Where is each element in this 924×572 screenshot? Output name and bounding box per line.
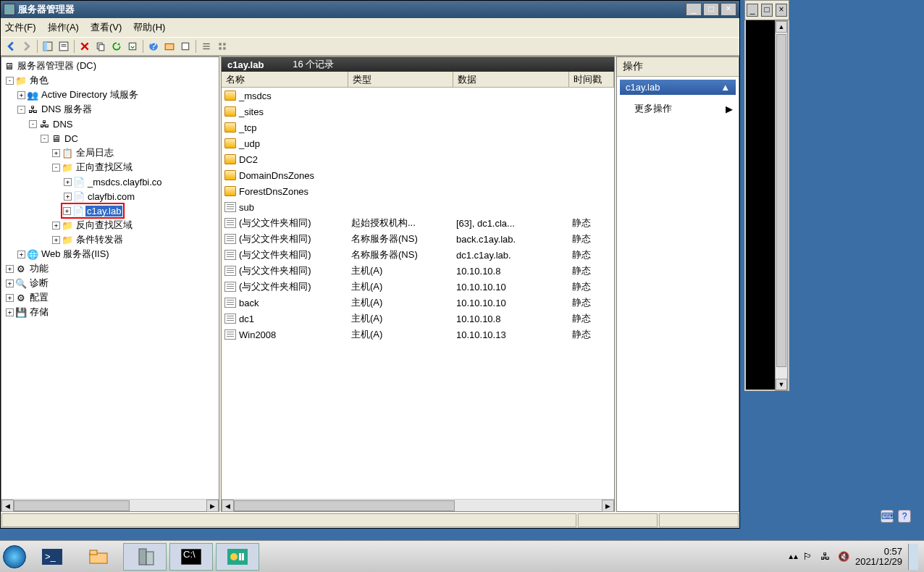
- list-item[interactable]: _tcp: [222, 119, 614, 135]
- tray-chevrons-icon[interactable]: ▲▲: [787, 552, 797, 560]
- expand-icon[interactable]: +: [52, 236, 60, 244]
- collapse-icon[interactable]: -: [52, 164, 60, 172]
- detail-view-button[interactable]: [215, 39, 230, 54]
- taskbar-item-cmd[interactable]: C:\: [169, 543, 213, 571]
- volume-icon[interactable]: 🔇: [838, 551, 849, 563]
- taskbar[interactable]: >_ C:\ ▲▲ 🏳 🖧 🔇 0:57 2021/12/29: [0, 540, 924, 572]
- tree-node-global-log[interactable]: +📋全局日志: [1, 146, 219, 160]
- clock[interactable]: 0:57 2021/12/29: [855, 547, 902, 567]
- tree-node-root[interactable]: 🖥服务器管理器 (DC): [1, 59, 219, 73]
- close-button[interactable]: ×: [721, 3, 736, 16]
- list-item[interactable]: Win2008主机(A)10.10.10.13静态: [222, 327, 614, 342]
- filter-button[interactable]: [178, 39, 193, 54]
- more-actions-item[interactable]: 更多操作 ▶: [617, 98, 739, 119]
- col-name[interactable]: 名称: [222, 72, 348, 87]
- list-item[interactable]: ForestDnsZones: [222, 183, 614, 199]
- delete-button[interactable]: [77, 39, 92, 54]
- list-item[interactable]: _sites: [222, 104, 614, 119]
- tree-node-dns-server[interactable]: -🖧DNS 服务器: [1, 102, 219, 117]
- collapse-icon[interactable]: -: [29, 120, 37, 128]
- scroll-thumb[interactable]: [776, 34, 786, 367]
- tree-scrollbar[interactable]: ◀ ▶: [1, 499, 219, 511]
- expand-icon[interactable]: +: [64, 178, 72, 186]
- list-item[interactable]: dc1主机(A)10.10.10.8静态: [222, 311, 614, 327]
- minimize-button[interactable]: _: [686, 3, 702, 16]
- expand-icon[interactable]: +: [6, 265, 14, 273]
- scroll-up-button[interactable]: ▲: [776, 21, 787, 33]
- scroll-left-button[interactable]: ◀: [1, 500, 14, 512]
- expand-icon[interactable]: +: [17, 91, 25, 99]
- background-window-scrollbar[interactable]: ▲ ▼: [775, 20, 788, 391]
- copy-button[interactable]: [93, 39, 108, 54]
- expand-icon[interactable]: +: [17, 251, 25, 258]
- titlebar[interactable]: 服务器管理器 _ □ ×: [1, 1, 739, 18]
- tree-node-roles[interactable]: -📁角色: [1, 73, 219, 88]
- refresh-button[interactable]: [109, 39, 124, 54]
- tree-node-zone-clayfbi[interactable]: +📄clayfbi.com: [1, 189, 219, 203]
- tree-node-features[interactable]: +⚙功能: [1, 261, 219, 276]
- tree-node-diagnostics[interactable]: +🔍诊断: [1, 276, 219, 290]
- taskbar-item-monitor[interactable]: [216, 543, 259, 571]
- actions-context[interactable]: c1ay.lab ▲: [620, 80, 736, 95]
- col-data[interactable]: 数据: [453, 72, 569, 87]
- properties-button[interactable]: [56, 39, 71, 54]
- export-button[interactable]: [125, 39, 140, 54]
- new-window-button[interactable]: [162, 39, 177, 54]
- list-item[interactable]: DC2: [222, 151, 614, 167]
- keyboard-icon[interactable]: ⌨: [881, 510, 894, 523]
- help-button[interactable]: ?: [146, 39, 161, 54]
- collapse-icon[interactable]: -: [6, 77, 14, 85]
- list-item[interactable]: back主机(A)10.10.10.10静态: [222, 295, 614, 311]
- tree-node-storage[interactable]: +💾存储: [1, 305, 219, 319]
- taskbar-item-explorer[interactable]: [77, 543, 120, 571]
- list-item[interactable]: (与父文件夹相同)主机(A)10.10.10.10静态: [222, 279, 614, 295]
- expand-icon[interactable]: +: [64, 193, 72, 201]
- list-item[interactable]: (与父文件夹相同)名称服务器(NS)back.c1ay.lab.静态: [222, 231, 614, 247]
- col-type[interactable]: 类型: [348, 72, 453, 87]
- tree-node-dns[interactable]: -🖧DNS: [1, 117, 219, 131]
- taskbar-item-powershell[interactable]: >_: [30, 543, 74, 571]
- scroll-right-button[interactable]: ▶: [602, 500, 614, 512]
- tree-node-reverse-zones[interactable]: +📁反向查找区域: [1, 218, 219, 232]
- collapse-icon[interactable]: -: [41, 135, 49, 143]
- scroll-down-button[interactable]: ▼: [776, 379, 787, 390]
- help-icon[interactable]: ?: [898, 510, 911, 523]
- collapse-icon[interactable]: -: [17, 106, 25, 114]
- records-list[interactable]: _msdcs_sites_tcp_udpDC2DomainDnsZonesFor…: [222, 88, 614, 499]
- list-scrollbar[interactable]: ◀ ▶: [222, 499, 614, 511]
- expand-icon[interactable]: +: [6, 294, 14, 302]
- nav-back-button[interactable]: [4, 39, 18, 54]
- show-hide-button[interactable]: [41, 39, 55, 54]
- bg-close-button[interactable]: ×: [776, 4, 787, 17]
- taskbar-item-server-manager[interactable]: [123, 543, 167, 571]
- start-button[interactable]: [3, 545, 26, 568]
- list-item[interactable]: (与父文件夹相同)主机(A)10.10.10.8静态: [222, 263, 614, 279]
- scroll-left-button[interactable]: ◀: [222, 500, 234, 512]
- list-item[interactable]: _udp: [222, 135, 614, 151]
- list-item[interactable]: sub: [222, 199, 614, 215]
- list-item[interactable]: DomainDnsZones: [222, 167, 614, 183]
- expand-icon[interactable]: +: [6, 308, 14, 316]
- list-item[interactable]: (与父文件夹相同)起始授权机构...[63], dc1.cla...静态: [222, 215, 614, 231]
- maximize-button[interactable]: □: [703, 3, 719, 16]
- nav-forward-button[interactable]: [20, 39, 34, 54]
- show-desktop-button[interactable]: [908, 544, 918, 570]
- col-timestamp[interactable]: 时间戳: [569, 72, 614, 87]
- tree-node-config[interactable]: +⚙配置: [1, 290, 219, 305]
- tree-node-ad[interactable]: +👥Active Directory 域服务: [1, 88, 219, 102]
- tree-node-forward-zones[interactable]: -📁正向查找区域: [1, 160, 219, 174]
- menu-file[interactable]: 文件(F): [5, 21, 36, 34]
- list-item[interactable]: (与父文件夹相同)名称服务器(NS)dc1.c1ay.lab.静态: [222, 247, 614, 263]
- tree-node-dc[interactable]: -🖥DC: [1, 131, 219, 146]
- menu-action[interactable]: 操作(A): [48, 21, 79, 34]
- expand-icon[interactable]: +: [63, 207, 71, 215]
- expand-icon[interactable]: +: [52, 222, 60, 230]
- tree-node-conditional-fwd[interactable]: +📁条件转发器: [1, 232, 219, 247]
- expand-icon[interactable]: +: [6, 279, 14, 287]
- expand-icon[interactable]: +: [52, 149, 60, 157]
- list-view-button[interactable]: [199, 39, 214, 54]
- bg-minimize-button[interactable]: _: [747, 4, 758, 17]
- scroll-right-button[interactable]: ▶: [206, 500, 219, 512]
- flag-icon[interactable]: 🏳: [803, 551, 815, 563]
- bg-maximize-button[interactable]: □: [761, 4, 773, 17]
